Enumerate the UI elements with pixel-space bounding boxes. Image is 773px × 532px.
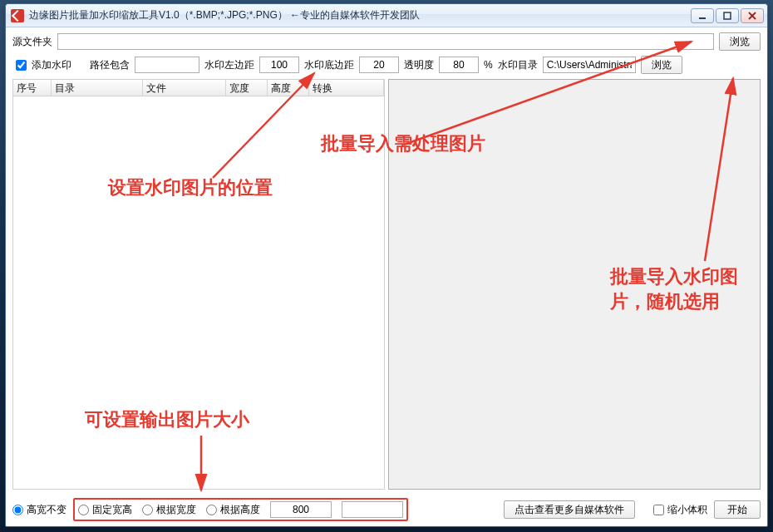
window-title: 边缘图片批量加水印缩放工具V1.0（*.BMP;*.JPG;*.PNG） ←专业… xyxy=(29,8,420,22)
middle-area: 序号 目录 文件 宽度 高度 转换 xyxy=(12,79,761,490)
opacity-input[interactable] xyxy=(439,57,479,73)
wm-left-label: 水印左边距 xyxy=(204,58,254,72)
start-button[interactable]: 开始 xyxy=(714,500,761,519)
app-icon xyxy=(11,9,24,22)
titlebar: 边缘图片批量加水印缩放工具V1.0（*.BMP;*.JPG;*.PNG） ←专业… xyxy=(6,4,767,27)
col-width[interactable]: 宽度 xyxy=(226,80,268,96)
size-byheight-label: 根据高度 xyxy=(220,503,260,517)
bottom-row: 高宽不变 固定宽高 根据宽度 根据高度 点击查看更多自媒体软件 xyxy=(12,495,761,521)
minimize-button[interactable] xyxy=(691,8,714,23)
shrink-checkbox[interactable] xyxy=(653,505,664,515)
params-row: 添加水印 路径包含 水印左边距 水印底边距 透明度 % 水印目录 浏览 xyxy=(12,56,761,74)
more-software-button[interactable]: 点击查看更多自媒体软件 xyxy=(504,500,635,519)
size-keep-label: 高宽不变 xyxy=(27,503,66,517)
wm-dir-label: 水印目录 xyxy=(498,58,538,72)
col-seq[interactable]: 序号 xyxy=(13,80,52,96)
path-contains-input[interactable] xyxy=(135,57,199,73)
size-bywidth-option[interactable]: 根据宽度 xyxy=(142,503,196,517)
browse-source-button[interactable]: 浏览 xyxy=(719,32,761,51)
size-byheight-option[interactable]: 根据高度 xyxy=(206,503,260,517)
size-keep-option[interactable]: 高宽不变 xyxy=(12,503,66,517)
file-list-panel: 序号 目录 文件 宽度 高度 转换 xyxy=(12,79,385,490)
size-value1-input[interactable] xyxy=(270,501,332,518)
percent-sign: % xyxy=(484,59,493,71)
wm-left-input[interactable] xyxy=(259,57,299,73)
size-bywidth-label: 根据宽度 xyxy=(156,503,196,517)
path-contains-label: 路径包含 xyxy=(90,58,130,72)
wm-bottom-label: 水印底边距 xyxy=(304,58,354,72)
shrink-label: 缩小体积 xyxy=(667,503,707,517)
browse-wm-button[interactable]: 浏览 xyxy=(641,56,682,74)
size-fixed-label: 固定宽高 xyxy=(92,503,132,517)
opacity-label: 透明度 xyxy=(404,58,434,72)
add-watermark-checkbox[interactable] xyxy=(16,60,27,71)
size-bywidth-radio[interactable] xyxy=(142,505,153,515)
size-keep-radio[interactable] xyxy=(12,505,23,515)
source-folder-input[interactable] xyxy=(57,33,714,50)
col-file[interactable]: 文件 xyxy=(143,80,226,96)
size-fixed-option[interactable]: 固定宽高 xyxy=(78,503,132,517)
close-button[interactable] xyxy=(741,8,764,23)
file-list-header: 序号 目录 文件 宽度 高度 转换 xyxy=(13,80,384,96)
output-size-groupbox: 固定宽高 根据宽度 根据高度 xyxy=(73,498,408,521)
app-window: 边缘图片批量加水印缩放工具V1.0（*.BMP;*.JPG;*.PNG） ←专业… xyxy=(5,3,768,527)
source-row: 源文件夹 浏览 xyxy=(12,32,761,51)
add-watermark-option[interactable]: 添加水印 xyxy=(12,58,71,72)
col-dir[interactable]: 目录 xyxy=(52,80,143,96)
preview-panel xyxy=(388,79,761,490)
size-byheight-radio[interactable] xyxy=(206,505,217,515)
maximize-button[interactable] xyxy=(716,8,739,23)
size-fixed-radio[interactable] xyxy=(78,505,89,515)
size-value2-input[interactable] xyxy=(342,501,403,518)
add-watermark-label: 添加水印 xyxy=(32,58,71,72)
svg-rect-1 xyxy=(724,12,731,19)
wm-dir-input[interactable] xyxy=(543,57,636,73)
source-folder-label: 源文件夹 xyxy=(12,35,52,49)
col-convert[interactable]: 转换 xyxy=(309,80,384,96)
file-list-body[interactable] xyxy=(13,96,384,489)
col-height[interactable]: 高度 xyxy=(268,80,309,96)
client-area: 源文件夹 浏览 添加水印 路径包含 水印左边距 水印底边距 透明度 % 水印目录… xyxy=(6,27,767,526)
shrink-option[interactable]: 缩小体积 xyxy=(653,503,707,517)
wm-bottom-input[interactable] xyxy=(359,57,399,73)
